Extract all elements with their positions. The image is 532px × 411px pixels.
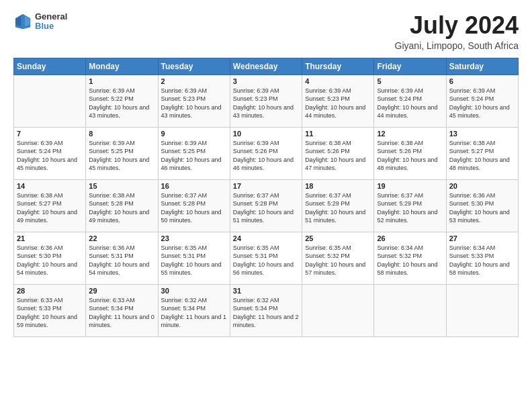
day-number: 17	[233, 182, 299, 190]
calendar-cell: 7Sunrise: 6:39 AM Sunset: 5:24 PM Daylig…	[14, 127, 86, 179]
header-monday: Monday	[86, 58, 158, 75]
day-number: 6	[449, 77, 515, 85]
page: General Blue July 2024 Giyani, Limpopo, …	[0, 0, 532, 344]
day-info: Sunrise: 6:39 AM Sunset: 5:26 PM Dayligh…	[233, 139, 299, 173]
calendar-cell: 20Sunrise: 6:36 AM Sunset: 5:30 PM Dayli…	[446, 179, 518, 232]
calendar-week-2: 7Sunrise: 6:39 AM Sunset: 5:24 PM Daylig…	[14, 127, 519, 179]
logo: General Blue	[13, 12, 67, 32]
day-number: 30	[161, 287, 227, 295]
calendar-cell: 27Sunrise: 6:34 AM Sunset: 5:33 PM Dayli…	[446, 232, 518, 284]
calendar-cell	[374, 284, 446, 336]
calendar-cell: 4Sunrise: 6:39 AM Sunset: 5:23 PM Daylig…	[302, 75, 374, 127]
day-info: Sunrise: 6:38 AM Sunset: 5:27 PM Dayligh…	[17, 191, 83, 225]
calendar-week-4: 21Sunrise: 6:36 AM Sunset: 5:30 PM Dayli…	[14, 232, 519, 284]
day-info: Sunrise: 6:34 AM Sunset: 5:32 PM Dayligh…	[377, 244, 443, 277]
calendar-cell	[446, 284, 518, 336]
calendar-cell: 22Sunrise: 6:36 AM Sunset: 5:31 PM Dayli…	[86, 232, 158, 284]
calendar-body: 1Sunrise: 6:39 AM Sunset: 5:22 PM Daylig…	[14, 75, 519, 336]
calendar-cell	[302, 284, 374, 336]
day-number: 24	[233, 234, 299, 242]
calendar-cell: 16Sunrise: 6:37 AM Sunset: 5:28 PM Dayli…	[158, 179, 230, 232]
month-year: July 2024	[395, 12, 519, 39]
day-number: 18	[305, 182, 371, 190]
calendar-cell: 5Sunrise: 6:39 AM Sunset: 5:24 PM Daylig…	[374, 75, 446, 127]
title-area: July 2024 Giyani, Limpopo, South Africa	[395, 12, 519, 51]
header-row: Sunday Monday Tuesday Wednesday Thursday…	[14, 58, 519, 75]
calendar-cell: 19Sunrise: 6:37 AM Sunset: 5:29 PM Dayli…	[374, 179, 446, 232]
day-info: Sunrise: 6:36 AM Sunset: 5:31 PM Dayligh…	[89, 244, 154, 277]
day-number: 11	[305, 130, 371, 138]
day-info: Sunrise: 6:37 AM Sunset: 5:29 PM Dayligh…	[305, 191, 371, 225]
calendar-week-3: 14Sunrise: 6:38 AM Sunset: 5:27 PM Dayli…	[14, 179, 519, 232]
day-number: 31	[233, 287, 299, 295]
day-number: 19	[377, 182, 443, 190]
day-info: Sunrise: 6:32 AM Sunset: 5:34 PM Dayligh…	[233, 296, 299, 330]
calendar-cell: 25Sunrise: 6:35 AM Sunset: 5:32 PM Dayli…	[302, 232, 374, 284]
day-number: 20	[449, 182, 515, 190]
logo-line2: Blue	[35, 21, 67, 31]
calendar-week-1: 1Sunrise: 6:39 AM Sunset: 5:22 PM Daylig…	[14, 75, 519, 127]
calendar-table: Sunday Monday Tuesday Wednesday Thursday…	[13, 58, 519, 337]
calendar-cell: 12Sunrise: 6:38 AM Sunset: 5:26 PM Dayli…	[374, 127, 446, 179]
day-info: Sunrise: 6:33 AM Sunset: 5:34 PM Dayligh…	[89, 296, 154, 330]
calendar-header: Sunday Monday Tuesday Wednesday Thursday…	[14, 58, 519, 75]
day-info: Sunrise: 6:38 AM Sunset: 5:26 PM Dayligh…	[305, 139, 371, 173]
day-number: 26	[377, 234, 443, 242]
calendar-cell: 9Sunrise: 6:39 AM Sunset: 5:25 PM Daylig…	[158, 127, 230, 179]
day-info: Sunrise: 6:39 AM Sunset: 5:23 PM Dayligh…	[161, 87, 227, 120]
day-number: 28	[17, 287, 83, 295]
day-number: 8	[89, 130, 154, 138]
day-number: 7	[17, 130, 83, 138]
calendar-cell: 6Sunrise: 6:39 AM Sunset: 5:24 PM Daylig…	[446, 75, 518, 127]
header-saturday: Saturday	[446, 58, 518, 75]
day-info: Sunrise: 6:39 AM Sunset: 5:24 PM Dayligh…	[377, 87, 443, 120]
calendar-cell: 10Sunrise: 6:39 AM Sunset: 5:26 PM Dayli…	[230, 127, 302, 179]
calendar-cell: 26Sunrise: 6:34 AM Sunset: 5:32 PM Dayli…	[374, 232, 446, 284]
day-info: Sunrise: 6:37 AM Sunset: 5:28 PM Dayligh…	[233, 191, 299, 225]
calendar-cell: 31Sunrise: 6:32 AM Sunset: 5:34 PM Dayli…	[230, 284, 302, 336]
day-info: Sunrise: 6:32 AM Sunset: 5:34 PM Dayligh…	[161, 296, 227, 330]
day-info: Sunrise: 6:39 AM Sunset: 5:24 PM Dayligh…	[17, 139, 83, 173]
day-info: Sunrise: 6:34 AM Sunset: 5:33 PM Dayligh…	[449, 244, 515, 277]
day-info: Sunrise: 6:38 AM Sunset: 5:26 PM Dayligh…	[377, 139, 443, 173]
day-number: 10	[233, 130, 299, 138]
day-info: Sunrise: 6:35 AM Sunset: 5:31 PM Dayligh…	[161, 244, 227, 277]
day-number: 13	[449, 130, 515, 138]
day-info: Sunrise: 6:38 AM Sunset: 5:28 PM Dayligh…	[89, 191, 154, 225]
header-tuesday: Tuesday	[158, 58, 230, 75]
header-wednesday: Wednesday	[230, 58, 302, 75]
logo-icon	[13, 12, 32, 31]
day-info: Sunrise: 6:38 AM Sunset: 5:27 PM Dayligh…	[449, 139, 515, 173]
day-info: Sunrise: 6:39 AM Sunset: 5:22 PM Dayligh…	[89, 87, 154, 120]
day-number: 9	[161, 130, 227, 138]
calendar-cell: 3Sunrise: 6:39 AM Sunset: 5:23 PM Daylig…	[230, 75, 302, 127]
day-number: 29	[89, 287, 154, 295]
day-number: 16	[161, 182, 227, 190]
day-number: 15	[89, 182, 154, 190]
calendar-cell: 29Sunrise: 6:33 AM Sunset: 5:34 PM Dayli…	[86, 284, 158, 336]
day-number: 3	[233, 77, 299, 85]
day-number: 27	[449, 234, 515, 242]
calendar-cell: 13Sunrise: 6:38 AM Sunset: 5:27 PM Dayli…	[446, 127, 518, 179]
calendar-cell: 23Sunrise: 6:35 AM Sunset: 5:31 PM Dayli…	[158, 232, 230, 284]
day-info: Sunrise: 6:39 AM Sunset: 5:24 PM Dayligh…	[449, 87, 515, 120]
day-number: 1	[89, 77, 154, 85]
calendar-cell	[14, 75, 86, 127]
day-number: 23	[161, 234, 227, 242]
calendar-cell: 28Sunrise: 6:33 AM Sunset: 5:33 PM Dayli…	[14, 284, 86, 336]
calendar-cell: 2Sunrise: 6:39 AM Sunset: 5:23 PM Daylig…	[158, 75, 230, 127]
day-info: Sunrise: 6:39 AM Sunset: 5:23 PM Dayligh…	[305, 87, 371, 120]
day-number: 21	[17, 234, 83, 242]
svg-marker-1	[25, 16, 30, 27]
calendar-cell: 17Sunrise: 6:37 AM Sunset: 5:28 PM Dayli…	[230, 179, 302, 232]
day-number: 2	[161, 77, 227, 85]
location: Giyani, Limpopo, South Africa	[395, 40, 519, 51]
calendar-cell: 8Sunrise: 6:39 AM Sunset: 5:25 PM Daylig…	[86, 127, 158, 179]
day-info: Sunrise: 6:36 AM Sunset: 5:30 PM Dayligh…	[17, 244, 83, 277]
calendar-cell: 14Sunrise: 6:38 AM Sunset: 5:27 PM Dayli…	[14, 179, 86, 232]
day-number: 14	[17, 182, 83, 190]
day-info: Sunrise: 6:35 AM Sunset: 5:31 PM Dayligh…	[233, 244, 299, 277]
calendar-week-5: 28Sunrise: 6:33 AM Sunset: 5:33 PM Dayli…	[14, 284, 519, 336]
day-number: 25	[305, 234, 371, 242]
calendar-cell: 21Sunrise: 6:36 AM Sunset: 5:30 PM Dayli…	[14, 232, 86, 284]
